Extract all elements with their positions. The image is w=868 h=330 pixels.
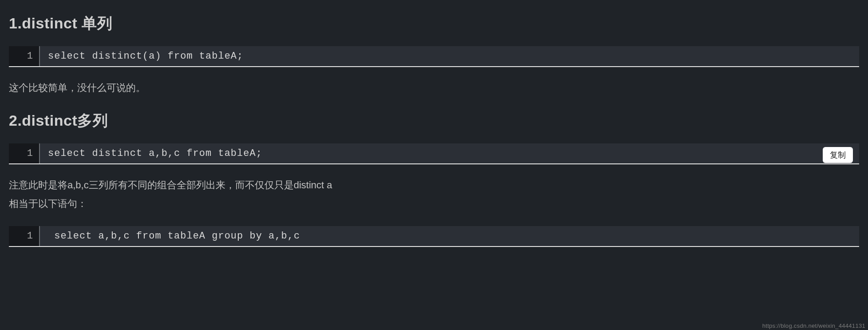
code-line-number: 1 [9, 226, 40, 246]
paragraph-2-line1: 注意此时是将a,b,c三列所有不同的组合全部列出来，而不仅仅只是distinct… [9, 179, 332, 191]
code-block-3: 1 select a,b,c from tableA group by a,b,… [9, 226, 859, 247]
code-content: select a,b,c from tableA group by a,b,c [40, 226, 859, 246]
paragraph-2-line2: 相当于以下语句： [9, 198, 87, 209]
code-content: select distinct(a) from tableA; [40, 46, 859, 66]
paragraph-2: 注意此时是将a,b,c三列所有不同的组合全部列出来，而不仅仅只是distinct… [9, 176, 859, 213]
paragraph-1: 这个比较简单，没什么可说的。 [9, 79, 859, 97]
section-heading-2: 2.distinct多列 [9, 111, 859, 131]
code-line-number: 1 [9, 46, 40, 66]
code-line-number: 1 [9, 143, 40, 163]
section-heading-1: 1.distinct 单列 [9, 13, 859, 34]
code-block-1: 1 select distinct(a) from tableA; [9, 46, 859, 67]
watermark-url: https://blog.csdn.net/weixin_44441131 [762, 322, 865, 329]
copy-button[interactable]: 复制 [823, 147, 853, 163]
code-block-2: 1 select distinct a,b,c from tableA; 复制 [9, 143, 859, 164]
code-content: select distinct a,b,c from tableA; [40, 143, 859, 163]
